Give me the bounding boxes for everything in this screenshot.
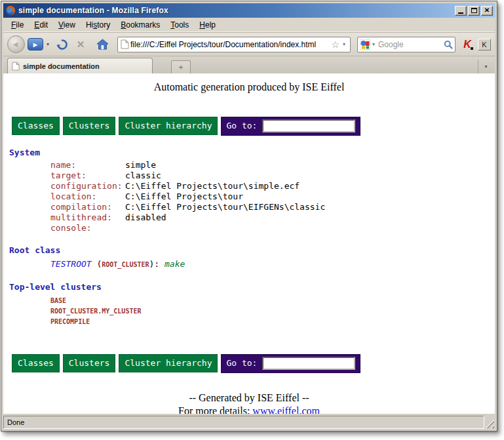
- doc-nav-top: Classes Clusters Cluster hierarchy Go to…: [12, 116, 495, 136]
- clusters-button[interactable]: Clusters: [63, 354, 116, 372]
- close-icon: ✕: [484, 7, 490, 14]
- google-logo-icon: [360, 39, 370, 50]
- reload-icon: [56, 39, 68, 50]
- home-icon: [96, 39, 109, 50]
- search-bar[interactable]: ▾: [357, 37, 456, 52]
- tab-simple-documentation[interactable]: simple documentation: [7, 58, 153, 73]
- root-cluster-ref[interactable]: ROOT_CLUSTER: [102, 261, 149, 268]
- goto-bar: Go to:: [221, 117, 360, 136]
- goto-bar: Go to:: [221, 354, 360, 373]
- doc-nav-bottom: Classes Clusters Cluster hierarchy Go to…: [12, 353, 495, 373]
- more-details-line: For more details: www.eiffel.com: [3, 405, 495, 414]
- eiffel-com-link[interactable]: www.eiffel.com: [252, 405, 320, 414]
- cluster-link-base[interactable]: BASE: [50, 296, 495, 306]
- creator-link[interactable]: make: [165, 259, 185, 269]
- forward-icon: ►: [32, 41, 39, 49]
- clusters-button[interactable]: Clusters: [63, 117, 116, 135]
- url-bar[interactable]: ☆ ▾: [117, 37, 351, 52]
- url-dropdown-icon[interactable]: ▾: [341, 41, 347, 47]
- k-toolbar-button[interactable]: K: [478, 39, 491, 50]
- goto-label: Go to:: [226, 121, 257, 130]
- system-row: compilation:C:\Eiffel Projects\tour\EIFG…: [50, 202, 495, 212]
- cluster-list: BASE ROOT_CLUSTER.MY_CLUSTER PRECOMPILE: [50, 296, 495, 327]
- window-controls: ✕: [455, 6, 493, 16]
- classes-button[interactable]: Classes: [12, 354, 60, 372]
- goto-label: Go to:: [226, 358, 257, 368]
- menu-bar: File Edit View History Bookmarks Tools H…: [3, 18, 495, 32]
- system-row: target:classic: [50, 170, 495, 181]
- system-row: configuration:C:\Eiffel Projects\tour\si…: [50, 181, 495, 191]
- browser-window: simple documentation - Mozilla Firefox ✕…: [1, 1, 497, 431]
- page-footer: -- Generated by ISE Eiffel -- For more d…: [3, 391, 495, 414]
- system-row: console:: [50, 223, 495, 233]
- back-button[interactable]: ◄: [7, 35, 25, 53]
- page-content: Automatic generation produced by ISE Eif…: [3, 73, 495, 414]
- root-class-link[interactable]: TESTROOT: [50, 259, 92, 269]
- maximize-icon: [471, 8, 477, 13]
- system-row: location:C:\Eiffel Projects\tour: [50, 191, 495, 202]
- search-icon[interactable]: [444, 40, 453, 49]
- tab-title: simple documentation: [23, 62, 148, 70]
- top-level-clusters-heading: Top-level clusters: [9, 282, 495, 292]
- title-bar[interactable]: simple documentation - Mozilla Firefox ✕: [3, 3, 495, 18]
- minimize-icon: [458, 12, 463, 14]
- tab-strip: simple documentation + ▾: [3, 56, 495, 73]
- list-all-tabs-button[interactable]: ▾: [478, 60, 494, 73]
- system-row: multithread:disabled: [50, 212, 495, 223]
- back-icon: ◄: [11, 40, 20, 49]
- system-heading: System: [9, 148, 495, 157]
- cluster-link-precompile[interactable]: PRECOMPILE: [50, 317, 495, 327]
- menu-help[interactable]: Help: [194, 19, 221, 31]
- firefox-logo-icon: [5, 5, 16, 16]
- goto-input[interactable]: [262, 119, 355, 132]
- menu-file[interactable]: File: [6, 19, 29, 31]
- classes-button[interactable]: Classes: [12, 117, 60, 135]
- menu-tools[interactable]: Tools: [165, 19, 194, 31]
- bookmark-star-icon[interactable]: ☆: [331, 40, 339, 49]
- url-input[interactable]: [129, 39, 330, 50]
- goto-input[interactable]: [262, 357, 355, 370]
- system-properties: name:simple target:classic configuration…: [3, 160, 495, 233]
- root-class-heading: Root class: [9, 245, 495, 255]
- menu-bookmarks[interactable]: Bookmarks: [115, 19, 165, 31]
- new-tab-button[interactable]: +: [171, 60, 191, 73]
- stop-icon: ✕: [77, 39, 85, 50]
- reload-button[interactable]: [54, 37, 70, 52]
- maximize-button[interactable]: [468, 6, 480, 16]
- forward-button[interactable]: ►: [28, 38, 43, 50]
- cluster-hierarchy-button[interactable]: Cluster hierarchy: [119, 354, 218, 372]
- menu-view[interactable]: View: [53, 19, 81, 31]
- window-title: simple documentation - Mozilla Firefox: [18, 6, 455, 15]
- forward-dropdown[interactable]: ▾: [47, 41, 49, 47]
- system-row: name:simple: [50, 160, 495, 170]
- cluster-link-my-cluster[interactable]: ROOT_CLUSTER.MY_CLUSTER: [50, 306, 495, 317]
- status-bar: Done: [3, 414, 495, 429]
- resize-grip-icon[interactable]: [484, 416, 495, 429]
- search-input[interactable]: [377, 39, 444, 50]
- cluster-hierarchy-button[interactable]: Cluster hierarchy: [119, 117, 218, 135]
- menu-history[interactable]: History: [81, 19, 115, 31]
- tab-page-icon: [12, 62, 20, 71]
- navigation-toolbar: ◄ ► ▾ ✕ ☆ ▾: [3, 32, 495, 56]
- root-class-line: TESTROOT (ROOT_CLUSTER): make: [50, 259, 495, 270]
- kaspersky-icon[interactable]: K: [461, 38, 474, 51]
- menu-edit[interactable]: Edit: [29, 19, 53, 31]
- home-button[interactable]: [94, 37, 111, 52]
- status-text: Done: [3, 416, 484, 429]
- close-button[interactable]: ✕: [481, 6, 493, 16]
- page-icon: [121, 39, 129, 49]
- search-engine-dropdown-icon[interactable]: ▾: [370, 41, 377, 47]
- minimize-button[interactable]: [455, 6, 467, 16]
- stop-button[interactable]: ✕: [73, 37, 88, 52]
- generated-by-line: -- Generated by ISE Eiffel --: [3, 391, 495, 405]
- page-title: Automatic generation produced by ISE Eif…: [3, 81, 495, 93]
